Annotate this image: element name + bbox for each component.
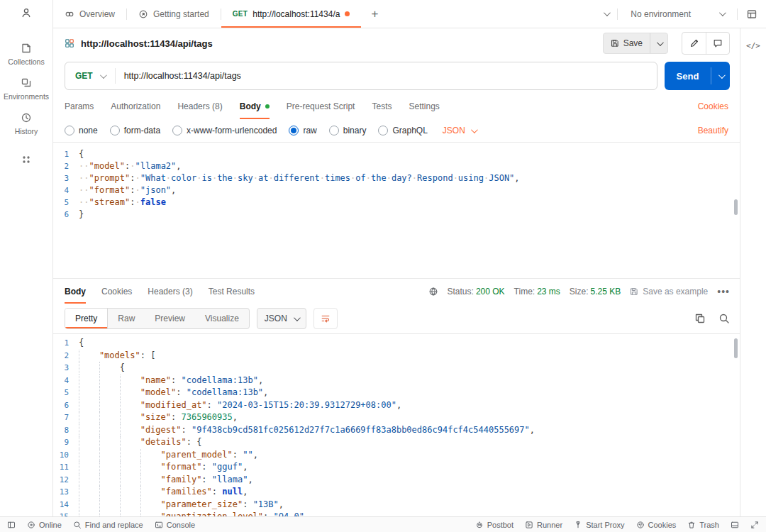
line-number: 15 — [53, 511, 79, 516]
code-line-4[interactable]: 4··"format":·"json", — [53, 184, 740, 196]
code-line-14[interactable]: 14 "parameter_size": "13B", — [53, 499, 740, 511]
response-tab-body[interactable]: Body — [65, 279, 86, 304]
response-tab-cookies[interactable]: Cookies — [101, 279, 132, 304]
response-body-editor[interactable]: 1{2 "models": [3 {4 "name": "codellama:1… — [53, 333, 740, 516]
trash-button[interactable]: Trash — [687, 521, 719, 529]
url-row: GET http://localhost:11434/api/tags Send — [53, 58, 740, 94]
response-tab-test-results[interactable]: Test Results — [209, 279, 255, 304]
code-line-12[interactable]: 12 "family": "llama", — [53, 474, 740, 487]
tab-body[interactable]: Body — [240, 94, 270, 119]
search-icon[interactable] — [718, 313, 730, 324]
tab-request-active[interactable]: GET http://localhost:11434/a — [221, 0, 362, 28]
line-number: 2 — [53, 160, 79, 172]
more-tools-button[interactable] — [21, 154, 32, 165]
request-body-editor[interactable]: 1{2··"model":·"llama2",3··"prompt":·"Wha… — [53, 142, 740, 278]
wrap-lines-button[interactable] — [313, 308, 338, 329]
code-line-2[interactable]: 2··"model":·"llama2", — [53, 160, 740, 172]
code-line-7[interactable]: 7 "size": 7365960935, — [53, 411, 740, 424]
scrollbar-thumb[interactable] — [734, 338, 738, 358]
save-main[interactable]: Save — [604, 38, 650, 48]
code-line-1[interactable]: 1{ — [53, 337, 740, 350]
response-language-selector[interactable]: JSON — [257, 308, 306, 329]
code-line-1[interactable]: 1{ — [53, 148, 740, 160]
mode-label: x-www-form-urlencoded — [187, 126, 277, 135]
tab-authorization[interactable]: Authorization — [111, 94, 160, 119]
user-avatar[interactable] — [21, 7, 32, 31]
comments-button[interactable] — [706, 33, 729, 54]
view-visualize[interactable]: Visualize — [195, 309, 249, 328]
code-line-5[interactable]: 5 "model": "codellama:13b", — [53, 387, 740, 399]
environment-quick-look-icon[interactable] — [746, 9, 757, 20]
view-preview[interactable]: Preview — [145, 309, 195, 328]
code-line-9[interactable]: 9 "details": { — [53, 436, 740, 449]
save-options-button[interactable] — [650, 41, 667, 46]
console-button[interactable]: Console — [155, 521, 195, 529]
two-pane-icon[interactable] — [731, 521, 739, 529]
response-tab-headers[interactable]: Headers (3) — [148, 279, 192, 304]
toggle-sidebar-icon[interactable] — [7, 521, 16, 529]
code-line-6[interactable]: 6} — [53, 209, 740, 221]
sidebar-item-collections[interactable]: Collections — [8, 43, 44, 66]
sidebar-item-label: Collections — [8, 57, 44, 66]
code-line-8[interactable]: 8 "digest": "9f438cb9cd581fc025612d27f7c… — [53, 424, 740, 437]
code-line-2[interactable]: 2 "models": [ — [53, 350, 740, 362]
code-line-13[interactable]: 13 "families": null, — [53, 486, 740, 499]
cookies-button[interactable]: Cookies — [636, 521, 677, 529]
more-actions-icon[interactable]: ••• — [717, 286, 730, 297]
runner-button[interactable]: Runner — [525, 521, 562, 529]
method-selector[interactable]: GET — [65, 71, 115, 81]
tab-params[interactable]: Params — [65, 94, 94, 119]
environment-selector[interactable]: No environment — [626, 9, 728, 19]
proxy-label: Start Proxy — [586, 521, 624, 529]
send-options-button[interactable] — [711, 62, 730, 90]
find-and-replace-button[interactable]: Find and replace — [73, 521, 143, 529]
tab-tests[interactable]: Tests — [372, 94, 392, 119]
save-button[interactable]: Save — [603, 33, 668, 54]
code-line-5[interactable]: 5··"stream":·false — [53, 196, 740, 209]
mode-graphql[interactable]: GraphQL — [378, 126, 427, 135]
response-header: Body Cookies Headers (3) Test Results St… — [53, 278, 740, 304]
cookies-icon — [636, 521, 645, 529]
tab-pre-request-script[interactable]: Pre-request Script — [287, 94, 355, 119]
url-input[interactable]: http://localhost:11434/api/tags — [116, 71, 657, 81]
sidebar-item-environments[interactable]: Environments — [4, 77, 49, 101]
mode-label: none — [79, 126, 98, 135]
mode-none[interactable]: none — [65, 126, 98, 135]
code-line-11[interactable]: 11 "format": "gguf", — [53, 461, 740, 474]
comment-icon — [713, 38, 723, 48]
rename-button[interactable] — [682, 33, 706, 54]
mode-binary[interactable]: binary — [329, 126, 367, 135]
code-snippet-icon[interactable]: </> — [746, 41, 760, 50]
online-status[interactable]: Online — [27, 521, 62, 529]
body-language-selector[interactable]: JSON — [443, 126, 476, 135]
code-line-6[interactable]: 6 "modified_at": "2024-03-15T15:20:39.93… — [53, 399, 740, 412]
cookies-link[interactable]: Cookies — [698, 101, 728, 111]
save-as-example-button[interactable]: Save as example — [630, 287, 708, 297]
send-button[interactable]: Send — [665, 62, 730, 90]
mode-raw[interactable]: raw — [289, 126, 316, 135]
code-line-4[interactable]: 4 "name": "codellama:13b", — [53, 375, 740, 387]
code-line-3[interactable]: 3 { — [53, 362, 740, 375]
tab-label: Body — [240, 101, 261, 111]
tab-overview[interactable]: Overview — [53, 0, 126, 28]
mode-form-data[interactable]: form-data — [110, 126, 160, 135]
code-line-15[interactable]: 15 "quantization_level": "Q4_0" — [53, 511, 740, 516]
tab-settings[interactable]: Settings — [409, 94, 439, 119]
copy-icon[interactable] — [694, 313, 706, 324]
expand-icon[interactable] — [750, 521, 759, 529]
tab-label: Tests — [372, 101, 392, 111]
code-line-3[interactable]: 3··"prompt":·"What·color·is·the·sky·at·d… — [53, 172, 740, 184]
scrollbar-thumb[interactable] — [734, 199, 738, 215]
view-pretty[interactable]: Pretty — [65, 309, 108, 328]
tab-headers[interactable]: Headers (8) — [177, 94, 222, 119]
tab-overflow-chevron-icon[interactable] — [604, 9, 611, 16]
postbot-button[interactable]: Postbot — [475, 521, 514, 529]
tab-getting-started[interactable]: Getting started — [127, 0, 221, 28]
mode-x-www-form-urlencoded[interactable]: x-www-form-urlencoded — [172, 126, 277, 135]
view-raw[interactable]: Raw — [108, 309, 145, 328]
start-proxy-button[interactable]: Start Proxy — [574, 521, 624, 529]
code-line-10[interactable]: 10 "parent_model": "", — [53, 449, 740, 462]
sidebar-item-history[interactable]: History — [15, 112, 38, 135]
new-tab-button[interactable]: + — [361, 7, 388, 21]
beautify-link[interactable]: Beautify — [698, 126, 728, 135]
